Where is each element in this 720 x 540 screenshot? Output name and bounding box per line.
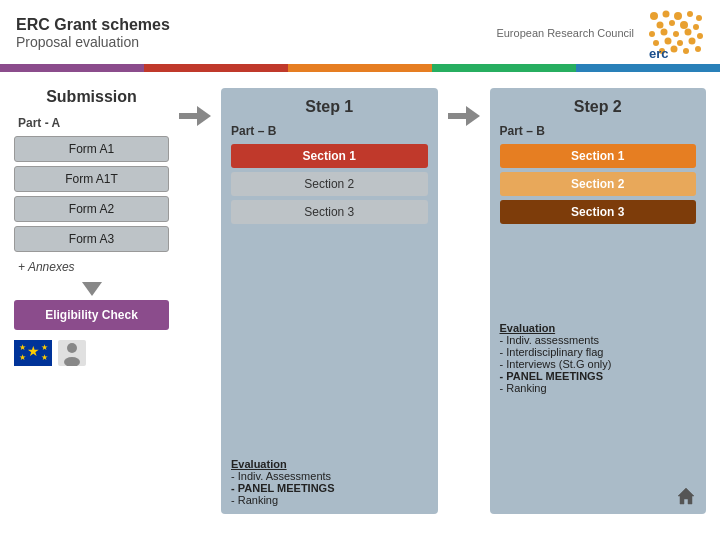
- step2-eval-item2: - Interdisciplinary flag: [500, 346, 697, 358]
- form-a2: Form A2: [14, 196, 169, 222]
- form-a3: Form A3: [14, 226, 169, 252]
- step2-eval-item1: - Indiv. assessments: [500, 334, 697, 346]
- svg-text:★: ★: [19, 343, 26, 352]
- color-bar-blue: [576, 64, 720, 72]
- step2-evaluation: Evaluation - Indiv. assessments - Interd…: [500, 316, 697, 394]
- eligibility-check-box: Eligibility Check: [14, 300, 169, 330]
- svg-point-16: [677, 40, 683, 46]
- step1-column: Step 1 Part – B Section 1 Section 2 Sect…: [221, 88, 438, 514]
- step2-column: Step 2 Part – B Section 1 Section 2 Sect…: [490, 88, 707, 514]
- svg-point-10: [661, 29, 668, 36]
- eu-flag-icon: ★ ★ ★ ★ ★: [14, 340, 52, 366]
- svg-point-8: [693, 24, 699, 30]
- header-title2: Proposal evaluation: [16, 34, 170, 50]
- step2-eval-item5: - Ranking: [500, 382, 697, 394]
- main-content: Submission Part - A Form A1 Form A1T For…: [0, 72, 720, 524]
- svg-text:★: ★: [41, 343, 48, 352]
- form-a1: Form A1: [14, 136, 169, 162]
- step1-eval-item1: - Indiv. Assessments: [231, 470, 428, 482]
- step2-eval-item3: - Interviews (St.G only): [500, 358, 697, 370]
- svg-point-6: [669, 20, 675, 26]
- svg-point-1: [663, 11, 670, 18]
- submission-column: Submission Part - A Form A1 Form A1T For…: [14, 88, 169, 514]
- annexes-label: + Annexes: [14, 260, 169, 274]
- right-arrow-icon: [179, 106, 211, 126]
- svg-point-4: [696, 15, 702, 21]
- erc-logo: erc: [644, 8, 704, 58]
- down-arrow-icon: [82, 282, 102, 296]
- step1-section1: Section 1: [231, 144, 428, 168]
- step2-section3: Section 3: [500, 200, 697, 224]
- svg-text:★: ★: [27, 343, 40, 359]
- svg-point-15: [665, 38, 672, 45]
- svg-point-3: [687, 11, 693, 17]
- step1-eval-title: Evaluation: [231, 458, 428, 470]
- form-a1t: Form A1T: [14, 166, 169, 192]
- svg-point-11: [673, 31, 679, 37]
- header: ERC Grant schemes Proposal evaluation Eu…: [0, 0, 720, 64]
- header-right: European Research Council: [496, 8, 704, 58]
- arrow-to-step2: [448, 88, 480, 514]
- color-bar: [0, 64, 720, 72]
- svg-point-9: [649, 31, 655, 37]
- svg-point-30: [67, 343, 77, 353]
- svg-text:★: ★: [19, 353, 26, 362]
- step1-title: Step 1: [231, 98, 428, 116]
- svg-text:erc: erc: [649, 46, 669, 58]
- part-a-label: Part - A: [14, 116, 169, 130]
- step2-section2: Section 2: [500, 172, 697, 196]
- svg-point-5: [657, 22, 664, 29]
- step2-section1: Section 1: [500, 144, 697, 168]
- svg-point-13: [697, 33, 703, 39]
- arrow-to-step1: [179, 88, 211, 514]
- color-bar-orange: [288, 64, 432, 72]
- person-icon: [58, 340, 86, 366]
- svg-marker-32: [678, 488, 694, 504]
- step1-eval-item2: - PANEL MEETINGS: [231, 482, 428, 494]
- step2-title: Step 2: [500, 98, 697, 116]
- step1-part-b-label: Part – B: [231, 124, 428, 138]
- color-bar-red: [144, 64, 288, 72]
- header-titles: ERC Grant schemes Proposal evaluation: [16, 16, 170, 50]
- step1-section3: Section 3: [231, 200, 428, 224]
- step2-eval-item4: - PANEL MEETINGS: [500, 370, 697, 382]
- step2-eval-title: Evaluation: [500, 322, 697, 334]
- svg-point-12: [685, 29, 692, 36]
- erc-text: European Research Council: [496, 27, 634, 39]
- svg-text:★: ★: [41, 353, 48, 362]
- step1-eval-item3: - Ranking: [231, 494, 428, 506]
- color-bar-green: [432, 64, 576, 72]
- svg-point-19: [671, 46, 678, 53]
- logo-row: ★ ★ ★ ★ ★: [14, 340, 169, 366]
- color-bar-purple: [0, 64, 144, 72]
- svg-point-20: [683, 48, 689, 54]
- header-title1: ERC Grant schemes: [16, 16, 170, 34]
- right-arrow-icon-2: [448, 106, 480, 126]
- step2-part-b-label: Part – B: [500, 124, 697, 138]
- svg-point-2: [674, 12, 682, 20]
- svg-point-0: [650, 12, 658, 20]
- svg-point-17: [689, 38, 696, 45]
- svg-point-21: [695, 46, 701, 52]
- home-icon: [676, 486, 696, 506]
- step1-section2: Section 2: [231, 172, 428, 196]
- submission-title: Submission: [14, 88, 169, 106]
- step1-evaluation: Evaluation - Indiv. Assessments - PANEL …: [231, 452, 428, 506]
- svg-point-7: [680, 21, 688, 29]
